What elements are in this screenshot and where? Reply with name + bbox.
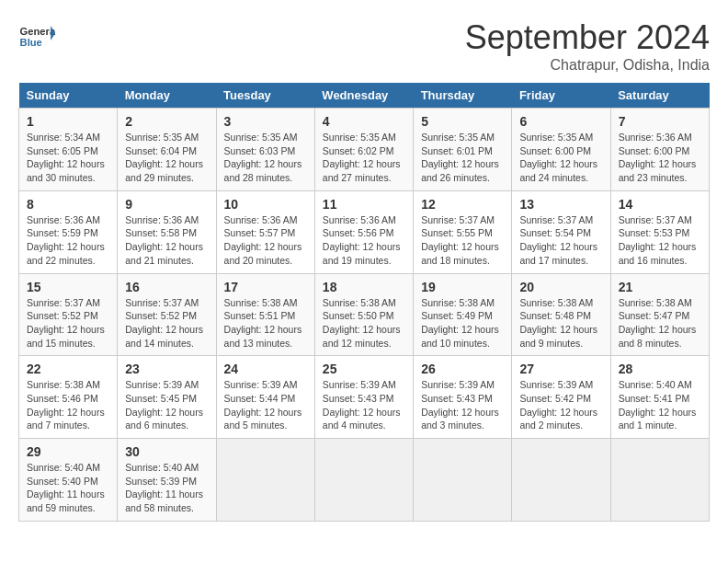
day-info: Sunrise: 5:40 AM Sunset: 5:39 PM Dayligh… [125, 461, 208, 515]
calendar-cell: 25Sunrise: 5:39 AM Sunset: 5:43 PM Dayli… [314, 356, 413, 439]
day-info: Sunrise: 5:34 AM Sunset: 6:05 PM Dayligh… [27, 131, 109, 185]
calendar-cell: 11Sunrise: 5:36 AM Sunset: 5:56 PM Dayli… [314, 190, 413, 273]
title-section: September 2024 Chatrapur, Odisha, India [465, 18, 710, 74]
location-subtitle: Chatrapur, Odisha, India [465, 57, 710, 74]
calendar-cell: 6Sunrise: 5:35 AM Sunset: 6:00 PM Daylig… [512, 109, 610, 191]
calendar-cell: 29Sunrise: 5:40 AM Sunset: 5:40 PM Dayli… [19, 439, 118, 522]
calendar-cell: 21Sunrise: 5:38 AM Sunset: 5:47 PM Dayli… [610, 273, 709, 356]
day-number: 20 [519, 280, 602, 294]
calendar-week-row: 15Sunrise: 5:37 AM Sunset: 5:52 PM Dayli… [19, 273, 710, 356]
calendar-cell: 17Sunrise: 5:38 AM Sunset: 5:51 PM Dayli… [216, 273, 314, 356]
day-number: 3 [224, 114, 307, 129]
day-info: Sunrise: 5:39 AM Sunset: 5:43 PM Dayligh… [421, 378, 504, 432]
calendar-week-row: 22Sunrise: 5:38 AM Sunset: 5:46 PM Dayli… [19, 356, 710, 439]
calendar-cell: 20Sunrise: 5:38 AM Sunset: 5:48 PM Dayli… [512, 273, 610, 356]
day-info: Sunrise: 5:38 AM Sunset: 5:50 PM Dayligh… [323, 296, 405, 350]
day-info: Sunrise: 5:38 AM Sunset: 5:47 PM Dayligh… [619, 296, 701, 350]
calendar-table: SundayMondayTuesdayWednesdayThursdayFrid… [18, 83, 710, 522]
day-info: Sunrise: 5:38 AM Sunset: 5:46 PM Dayligh… [27, 378, 109, 432]
calendar-cell: 4Sunrise: 5:35 AM Sunset: 6:02 PM Daylig… [314, 109, 413, 191]
day-number: 9 [125, 197, 208, 212]
day-number: 14 [619, 197, 701, 212]
calendar-cell: 22Sunrise: 5:38 AM Sunset: 5:46 PM Dayli… [19, 356, 118, 439]
calendar-cell: 1Sunrise: 5:34 AM Sunset: 6:05 PM Daylig… [19, 109, 118, 191]
calendar-cell: 2Sunrise: 5:35 AM Sunset: 6:04 PM Daylig… [118, 109, 216, 191]
page-header: General Blue September 2024 Chatrapur, O… [18, 18, 710, 74]
day-number: 6 [519, 114, 602, 129]
calendar-cell: 28Sunrise: 5:40 AM Sunset: 5:41 PM Dayli… [610, 356, 709, 439]
calendar-cell: 3Sunrise: 5:35 AM Sunset: 6:03 PM Daylig… [216, 109, 314, 191]
day-number: 11 [323, 197, 405, 212]
header-sunday: Sunday [19, 83, 118, 109]
day-info: Sunrise: 5:39 AM Sunset: 5:44 PM Dayligh… [224, 378, 307, 432]
header-monday: Monday [118, 83, 216, 109]
day-info: Sunrise: 5:37 AM Sunset: 5:54 PM Dayligh… [519, 213, 602, 268]
day-info: Sunrise: 5:40 AM Sunset: 5:41 PM Dayligh… [619, 378, 701, 432]
day-number: 28 [619, 362, 701, 376]
day-info: Sunrise: 5:36 AM Sunset: 5:56 PM Dayligh… [323, 213, 405, 268]
calendar-cell [610, 439, 709, 522]
day-info: Sunrise: 5:36 AM Sunset: 6:00 PM Dayligh… [619, 131, 701, 185]
header-thursday: Thursday [414, 83, 512, 109]
day-number: 26 [421, 362, 504, 376]
calendar-cell: 8Sunrise: 5:36 AM Sunset: 5:59 PM Daylig… [19, 190, 118, 273]
calendar-cell: 16Sunrise: 5:37 AM Sunset: 5:52 PM Dayli… [118, 273, 216, 356]
day-number: 10 [224, 197, 307, 212]
calendar-cell: 23Sunrise: 5:39 AM Sunset: 5:45 PM Dayli… [118, 356, 216, 439]
day-number: 13 [519, 197, 602, 212]
day-number: 8 [27, 197, 109, 212]
day-info: Sunrise: 5:39 AM Sunset: 5:42 PM Dayligh… [519, 378, 602, 432]
day-info: Sunrise: 5:38 AM Sunset: 5:48 PM Dayligh… [519, 296, 602, 350]
calendar-week-row: 8Sunrise: 5:36 AM Sunset: 5:59 PM Daylig… [19, 190, 710, 273]
calendar-cell: 30Sunrise: 5:40 AM Sunset: 5:39 PM Dayli… [118, 439, 216, 522]
calendar-cell: 5Sunrise: 5:35 AM Sunset: 6:01 PM Daylig… [414, 109, 512, 191]
day-number: 30 [125, 444, 208, 459]
calendar-cell [314, 439, 413, 522]
day-info: Sunrise: 5:36 AM Sunset: 5:57 PM Dayligh… [224, 213, 307, 268]
calendar-cell: 27Sunrise: 5:39 AM Sunset: 5:42 PM Dayli… [512, 356, 610, 439]
calendar-cell [414, 439, 512, 522]
day-number: 7 [619, 114, 701, 129]
day-info: Sunrise: 5:35 AM Sunset: 6:00 PM Dayligh… [519, 131, 602, 185]
calendar-header-row: SundayMondayTuesdayWednesdayThursdayFrid… [19, 83, 710, 109]
calendar-cell: 15Sunrise: 5:37 AM Sunset: 5:52 PM Dayli… [19, 273, 118, 356]
day-info: Sunrise: 5:35 AM Sunset: 6:01 PM Dayligh… [421, 131, 504, 185]
day-number: 16 [125, 280, 208, 294]
calendar-week-row: 29Sunrise: 5:40 AM Sunset: 5:40 PM Dayli… [19, 439, 710, 522]
day-info: Sunrise: 5:37 AM Sunset: 5:52 PM Dayligh… [125, 296, 208, 350]
calendar-cell: 9Sunrise: 5:36 AM Sunset: 5:58 PM Daylig… [118, 190, 216, 273]
day-info: Sunrise: 5:35 AM Sunset: 6:03 PM Dayligh… [224, 131, 307, 185]
day-number: 12 [421, 197, 504, 212]
day-number: 4 [323, 114, 405, 129]
day-number: 15 [27, 280, 109, 294]
day-info: Sunrise: 5:36 AM Sunset: 5:59 PM Dayligh… [27, 213, 109, 268]
day-number: 24 [224, 362, 307, 376]
day-info: Sunrise: 5:39 AM Sunset: 5:45 PM Dayligh… [125, 378, 208, 432]
day-info: Sunrise: 5:35 AM Sunset: 6:04 PM Dayligh… [125, 131, 208, 185]
month-title: September 2024 [465, 18, 710, 57]
header-tuesday: Tuesday [216, 83, 314, 109]
calendar-cell: 19Sunrise: 5:38 AM Sunset: 5:49 PM Dayli… [414, 273, 512, 356]
calendar-cell: 10Sunrise: 5:36 AM Sunset: 5:57 PM Dayli… [216, 190, 314, 273]
day-info: Sunrise: 5:35 AM Sunset: 6:02 PM Dayligh… [323, 131, 405, 185]
calendar-cell [216, 439, 314, 522]
svg-text:General: General [20, 26, 55, 37]
day-number: 22 [27, 362, 109, 376]
day-info: Sunrise: 5:38 AM Sunset: 5:51 PM Dayligh… [224, 296, 307, 350]
day-number: 17 [224, 280, 307, 294]
day-number: 21 [619, 280, 701, 294]
day-info: Sunrise: 5:37 AM Sunset: 5:52 PM Dayligh… [27, 296, 109, 350]
day-number: 19 [421, 280, 504, 294]
logo-icon: General Blue [18, 18, 55, 55]
svg-text:Blue: Blue [20, 37, 42, 48]
day-number: 25 [323, 362, 405, 376]
header-saturday: Saturday [610, 83, 709, 109]
calendar-cell: 26Sunrise: 5:39 AM Sunset: 5:43 PM Dayli… [414, 356, 512, 439]
day-info: Sunrise: 5:38 AM Sunset: 5:49 PM Dayligh… [421, 296, 504, 350]
header-friday: Friday [512, 83, 610, 109]
calendar-cell: 24Sunrise: 5:39 AM Sunset: 5:44 PM Dayli… [216, 356, 314, 439]
day-info: Sunrise: 5:40 AM Sunset: 5:40 PM Dayligh… [27, 461, 109, 515]
calendar-cell: 7Sunrise: 5:36 AM Sunset: 6:00 PM Daylig… [610, 109, 709, 191]
day-number: 5 [421, 114, 504, 129]
day-info: Sunrise: 5:37 AM Sunset: 5:55 PM Dayligh… [421, 213, 504, 268]
